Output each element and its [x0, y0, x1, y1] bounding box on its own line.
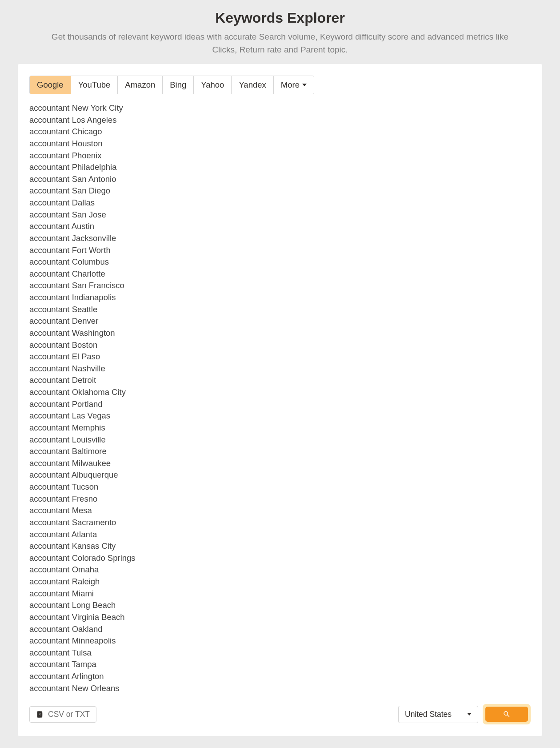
tab-more[interactable]: More [274, 76, 314, 94]
keyword-line: accountant Memphis [29, 422, 531, 434]
country-select[interactable]: United States [398, 706, 478, 723]
tab-bing[interactable]: Bing [163, 76, 194, 94]
country-select-label: United States [405, 710, 452, 719]
keyword-line: accountant New Orleans [29, 683, 531, 695]
keyword-line: accountant Detroit [29, 374, 531, 386]
keyword-line: accountant Sacramento [29, 517, 531, 529]
keyword-line: accountant Dallas [29, 197, 531, 209]
keyword-line: accountant Nashville [29, 363, 531, 375]
right-controls: United States [398, 704, 531, 724]
keyword-line: accountant San Jose [29, 209, 531, 221]
keyword-line: accountant Las Vegas [29, 410, 531, 422]
tab-label: Yahoo [201, 80, 224, 90]
footer-row: CSV or TXT United States [29, 704, 531, 724]
keyword-line: accountant Atlanta [29, 529, 531, 541]
keyword-line: accountant Arlington [29, 671, 531, 683]
keyword-line: accountant Houston [29, 138, 531, 150]
upload-file-icon [36, 711, 44, 718]
keyword-line: accountant Seattle [29, 304, 531, 316]
search-button-wrap [483, 704, 531, 724]
keyword-line: accountant Omaha [29, 564, 531, 576]
keyword-line: accountant Indianapolis [29, 292, 531, 304]
keyword-line: accountant Oakland [29, 623, 531, 635]
keyword-line: accountant Denver [29, 315, 531, 327]
keyword-line: accountant Baltimore [29, 446, 531, 458]
tab-amazon[interactable]: Amazon [118, 76, 163, 94]
keyword-line: accountant Tampa [29, 659, 531, 671]
keyword-line: accountant New York City [29, 102, 531, 114]
tab-yandex[interactable]: Yandex [232, 76, 273, 94]
keyword-line: accountant Los Angeles [29, 114, 531, 126]
page-subtitle: Get thousands of relevant keyword ideas … [44, 31, 516, 56]
upload-csv-label: CSV or TXT [48, 710, 90, 719]
keyword-line: accountant Fresno [29, 493, 531, 505]
keyword-line: accountant Philadelphia [29, 161, 531, 173]
tab-google[interactable]: Google [30, 76, 71, 94]
upload-csv-button[interactable]: CSV or TXT [29, 706, 96, 723]
keyword-line: accountant San Francisco [29, 280, 531, 292]
keyword-line: accountant Tulsa [29, 647, 531, 659]
chevron-down-icon [467, 713, 472, 716]
keyword-line: accountant Boston [29, 339, 531, 351]
keyword-line: accountant Virginia Beach [29, 611, 531, 623]
keyword-line: accountant Mesa [29, 505, 531, 517]
keyword-line: accountant Tucson [29, 481, 531, 493]
tab-label: More [281, 80, 300, 90]
tab-label: YouTube [78, 80, 111, 90]
chevron-down-icon [302, 84, 307, 86]
keyword-line: accountant Columbus [29, 256, 531, 268]
keyword-line: accountant Washington [29, 327, 531, 339]
page-title: Keywords Explorer [44, 10, 516, 26]
keyword-line: accountant Raleigh [29, 576, 531, 588]
main-card: GoogleYouTubeAmazonBingYahooYandexMore a… [18, 64, 542, 736]
keyword-textarea[interactable]: accountant New York Cityaccountant Los A… [29, 102, 531, 694]
tab-label: Bing [170, 80, 186, 90]
keyword-line: accountant Charlotte [29, 268, 531, 280]
tab-label: Google [37, 80, 64, 90]
tab-label: Amazon [125, 80, 155, 90]
keyword-line: accountant Portland [29, 398, 531, 410]
keyword-line: accountant Chicago [29, 126, 531, 138]
keyword-line: accountant Colorado Springs [29, 552, 531, 564]
keyword-line: accountant Kansas City [29, 540, 531, 552]
tab-yahoo[interactable]: Yahoo [194, 76, 232, 94]
search-button[interactable] [485, 707, 528, 722]
keyword-line: accountant Minneapolis [29, 635, 531, 647]
tab-youtube[interactable]: YouTube [71, 76, 118, 94]
search-icon [503, 710, 511, 718]
keyword-line: accountant San Antonio [29, 173, 531, 185]
tab-label: Yandex [239, 80, 266, 90]
keyword-line: accountant San Diego [29, 185, 531, 197]
keyword-line: accountant Long Beach [29, 599, 531, 611]
keyword-line: accountant Fort Worth [29, 245, 531, 257]
engine-tabs: GoogleYouTubeAmazonBingYahooYandexMore [29, 76, 314, 94]
keyword-line: accountant Austin [29, 221, 531, 233]
keyword-line: accountant Louisville [29, 434, 531, 446]
keyword-line: accountant Jacksonville [29, 233, 531, 245]
keyword-line: accountant El Paso [29, 351, 531, 363]
page-header: Keywords Explorer Get thousands of relev… [0, 4, 560, 64]
keyword-line: accountant Milwaukee [29, 458, 531, 470]
keyword-line: accountant Oklahoma City [29, 386, 531, 398]
keyword-line: accountant Miami [29, 588, 531, 600]
keyword-line: accountant Phoenix [29, 150, 531, 162]
keyword-line: accountant Albuquerque [29, 469, 531, 481]
